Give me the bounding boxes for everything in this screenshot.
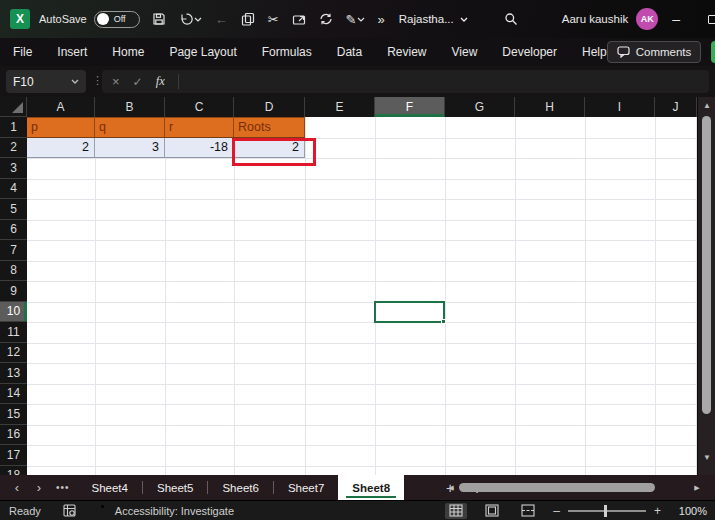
ribbon-tab-file[interactable]: File <box>13 45 32 59</box>
search-icon[interactable] <box>504 12 518 26</box>
enter-icon[interactable]: ✓ <box>133 75 143 89</box>
autosave-toggle[interactable]: Off <box>94 11 140 28</box>
column-header-f[interactable]: F <box>375 97 445 117</box>
page-break-view-icon[interactable] <box>517 503 539 519</box>
row-header-1[interactable]: 1 <box>0 117 27 138</box>
chevron-down-icon[interactable] <box>71 79 79 84</box>
spreadsheet-grid[interactable]: ▲ ▼ ABCDEFGHIJ12345678910111213141516171… <box>0 97 715 475</box>
cell-c2[interactable]: -18 <box>165 138 234 159</box>
minimize-button[interactable]: – <box>658 0 694 38</box>
horizontal-scrollbar-track[interactable] <box>459 483 689 492</box>
normal-view-icon[interactable] <box>445 503 467 519</box>
vertical-scrollbar[interactable]: ▲ ▼ <box>697 97 715 475</box>
sheet-canvas[interactable] <box>27 117 697 475</box>
row-header-17[interactable]: 17 <box>0 445 27 466</box>
zoom-slider[interactable] <box>568 510 646 512</box>
fill-handle[interactable] <box>441 319 446 324</box>
cell-c1[interactable]: r <box>165 117 234 138</box>
refresh-icon[interactable] <box>319 12 333 26</box>
paste-icon[interactable] <box>292 12 306 26</box>
row-header-10[interactable]: 10 <box>0 302 27 323</box>
row-header-6[interactable]: 6 <box>0 220 27 241</box>
formula-input[interactable] <box>192 70 699 93</box>
scroll-up-icon[interactable]: ▲ <box>698 101 715 111</box>
cell-a1[interactable]: p <box>27 117 95 138</box>
name-box[interactable]: F10 <box>6 70 86 93</box>
zoom-slider-thumb[interactable] <box>604 505 607 517</box>
user-name[interactable]: Aaru kaushik <box>562 13 628 25</box>
sheet-tab-sheet7[interactable]: Sheet7 <box>274 475 338 500</box>
row-header-7[interactable]: 7 <box>0 240 27 261</box>
zoom-level[interactable]: 100% <box>675 505 707 517</box>
column-header-a[interactable]: A <box>27 97 95 117</box>
sheet-tab-sheet8[interactable]: Sheet8 <box>338 475 404 500</box>
cell-a2[interactable]: 2 <box>27 138 95 159</box>
cell-d1[interactable]: Roots <box>234 117 305 138</box>
row-header-12[interactable]: 12 <box>0 343 27 364</box>
column-header-d[interactable]: D <box>234 97 305 117</box>
undo-icon[interactable] <box>179 12 202 26</box>
ribbon-tab-page-layout[interactable]: Page Layout <box>169 45 236 59</box>
excel-app-icon[interactable]: X <box>10 9 30 29</box>
horizontal-scrollbar-thumb[interactable] <box>459 483 655 492</box>
macro-record-icon[interactable] <box>63 504 76 517</box>
ribbon-tab-help[interactable]: Help <box>582 45 607 59</box>
cut-icon[interactable]: ✂ <box>268 13 279 26</box>
vertical-scrollbar-thumb[interactable] <box>702 116 711 414</box>
column-header-c[interactable]: C <box>165 97 234 117</box>
draw-icon[interactable]: ✎ <box>346 13 365 26</box>
row-header-11[interactable]: 11 <box>0 322 27 343</box>
column-header-b[interactable]: B <box>95 97 165 117</box>
ribbon-tab-data[interactable]: Data <box>337 45 362 59</box>
ribbon-tab-developer[interactable]: Developer <box>502 45 557 59</box>
row-header-3[interactable]: 3 <box>0 158 27 179</box>
row-header-5[interactable]: 5 <box>0 199 27 220</box>
sheet-nav-left-icon[interactable]: ‹ <box>6 480 28 495</box>
scroll-left-icon[interactable]: ◀ <box>446 484 456 492</box>
column-header-j[interactable]: J <box>655 97 697 117</box>
sheet-tab-sheet4[interactable]: Sheet4 <box>78 475 142 500</box>
horizontal-scrollbar[interactable]: ◀ ▶ <box>446 482 702 493</box>
document-title[interactable]: Rajastha... <box>399 13 468 25</box>
copy-icon[interactable] <box>241 12 255 26</box>
insert-function-icon[interactable]: fx <box>156 74 165 89</box>
row-header-14[interactable]: 14 <box>0 384 27 405</box>
ribbon-tab-review[interactable]: Review <box>387 45 426 59</box>
row-header-4[interactable]: 4 <box>0 179 27 200</box>
avatar[interactable]: AK <box>636 8 658 30</box>
ribbon-tab-insert[interactable]: Insert <box>57 45 87 59</box>
column-header-i[interactable]: I <box>585 97 655 117</box>
sheet-list-icon[interactable]: ••• <box>56 482 70 493</box>
cell-b1[interactable]: q <box>95 117 165 138</box>
row-header-9[interactable]: 9 <box>0 281 27 302</box>
sheet-tab-sheet5[interactable]: Sheet5 <box>143 475 207 500</box>
ribbon-tab-view[interactable]: View <box>452 45 478 59</box>
page-layout-view-icon[interactable] <box>481 503 503 519</box>
row-header-8[interactable]: 8 <box>0 261 27 282</box>
sheet-tab-sheet6[interactable]: Sheet6 <box>208 475 272 500</box>
chevron-down-icon[interactable] <box>194 17 202 22</box>
maximize-button[interactable] <box>694 0 715 38</box>
selected-cell-f10[interactable] <box>374 301 445 324</box>
row-header-16[interactable]: 16 <box>0 425 27 446</box>
column-header-h[interactable]: H <box>515 97 585 117</box>
scroll-down-icon[interactable]: ▼ <box>698 453 715 463</box>
row-header-2[interactable]: 2 <box>0 138 27 159</box>
sheet-nav-right-icon[interactable]: › <box>28 480 50 495</box>
chevron-down-icon[interactable] <box>357 17 365 22</box>
cancel-icon[interactable]: × <box>112 74 120 89</box>
row-header-13[interactable]: 13 <box>0 363 27 384</box>
zoom-out-button[interactable]: – <box>553 504 560 518</box>
row-header-15[interactable]: 15 <box>0 404 27 425</box>
column-header-g[interactable]: G <box>445 97 515 117</box>
zoom-in-button[interactable]: + <box>654 504 661 518</box>
qat-overflow-icon[interactable]: » <box>378 13 385 26</box>
scroll-right-icon[interactable]: ▶ <box>692 484 702 492</box>
row-header-18[interactable]: 18 <box>0 466 27 476</box>
share-button[interactable]: Share <box>711 41 715 63</box>
accessibility-status[interactable]: Accessibility: Investigate <box>96 504 234 517</box>
comments-button[interactable]: Comments <box>607 41 702 63</box>
cell-b2[interactable]: 3 <box>95 138 165 159</box>
column-header-e[interactable]: E <box>305 97 375 117</box>
ribbon-tab-formulas[interactable]: Formulas <box>262 45 312 59</box>
